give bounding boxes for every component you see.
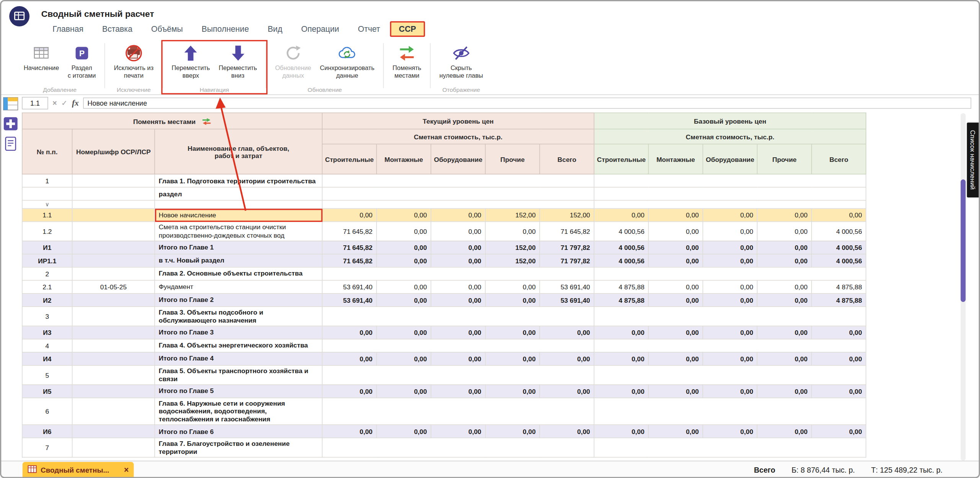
cell-money[interactable]: 71 797,82 [540, 241, 594, 254]
cell-num[interactable]: 2.1 [22, 280, 72, 293]
cell-money[interactable]: 53 691,40 [322, 294, 377, 307]
move-tool-icon[interactable] [2, 116, 20, 131]
cell-money[interactable]: 0,00 [540, 385, 594, 398]
cell-money[interactable]: 4 000,56 [594, 254, 649, 267]
cell-money[interactable]: 4 875,88 [594, 280, 649, 293]
cell-money[interactable]: 71 797,82 [540, 254, 594, 267]
cell-code[interactable] [72, 187, 155, 200]
cell-name[interactable]: Глава 2. Основные объекты строительства [155, 267, 322, 280]
cell-money[interactable]: 0,00 [485, 326, 540, 339]
table-row[interactable]: 7Глава 7. Благоустройство и озеленение т… [22, 438, 866, 457]
cell-num[interactable]: 3 [22, 307, 72, 326]
cell-money[interactable]: 0,00 [812, 209, 866, 222]
cell-money[interactable]: 0,00 [703, 352, 757, 365]
cell-money[interactable]: 0,00 [703, 241, 757, 254]
cell-money[interactable]: 0,00 [485, 222, 540, 241]
cell-name[interactable]: в т.ч. Новый раздел [155, 254, 322, 267]
table-row[interactable]: 2Глава 2. Основные объекты строительства [22, 267, 866, 280]
cell-code[interactable] [72, 267, 155, 280]
cell-money[interactable]: 0,00 [377, 254, 431, 267]
cell-num[interactable]: 4 [22, 339, 72, 352]
hide-zero-chapters-button[interactable]: Скрыть нулевые главы [436, 42, 486, 79]
table-row[interactable]: И5Итого по Главе 50,000,000,000,000,000,… [22, 385, 866, 398]
cell-money[interactable]: 0,00 [757, 385, 812, 398]
cell-money[interactable]: 0,00 [431, 326, 485, 339]
cell-money[interactable]: 53 691,40 [322, 280, 377, 293]
cell-num[interactable]: 1 [22, 174, 72, 187]
cell-code[interactable] [72, 352, 155, 365]
menu-tab-5[interactable]: Операции [292, 21, 348, 38]
cell-money[interactable]: 0,00 [431, 280, 485, 293]
cell-money[interactable]: 152,00 [485, 209, 540, 222]
cell-money[interactable]: 0,00 [703, 425, 757, 438]
cell-code[interactable] [72, 209, 155, 222]
cell-name[interactable]: Глава 6. Наружные сети и сооружения водо… [155, 398, 322, 425]
cell-money[interactable]: 4 875,88 [812, 280, 866, 293]
cell-money[interactable]: 4 000,56 [594, 241, 649, 254]
cell-reference-box[interactable]: 1.1 [22, 96, 48, 109]
cell-name[interactable]: Итого по Главе 1 [155, 241, 322, 254]
cell-name[interactable]: Итого по Главе 2 [155, 294, 322, 307]
cell-num[interactable]: 1.1 [22, 209, 72, 222]
table-row[interactable]: ИР1.1в т.ч. Новый раздел71 645,820,000,0… [22, 254, 866, 267]
cell-name[interactable]: Итого по Главе 5 [155, 385, 322, 398]
cell-empty-base[interactable] [594, 339, 866, 352]
cell-money[interactable]: 0,00 [322, 425, 377, 438]
cell-money[interactable]: 0,00 [431, 209, 485, 222]
cell-money[interactable]: 0,00 [431, 385, 485, 398]
swap-button[interactable]: Поменять местами [390, 42, 424, 79]
cell-num[interactable]: 2 [22, 267, 72, 280]
cell-money[interactable]: 0,00 [322, 326, 377, 339]
cell-money[interactable]: 152,00 [485, 241, 540, 254]
cell-num[interactable]: И5 [22, 385, 72, 398]
cell-code[interactable] [72, 307, 155, 326]
cell-money[interactable]: 0,00 [649, 209, 703, 222]
cell-money[interactable]: 0,00 [594, 425, 649, 438]
cell-empty-current[interactable] [322, 307, 594, 326]
cell-money[interactable]: 0,00 [757, 241, 812, 254]
cell-empty-base[interactable] [594, 438, 866, 457]
cell-empty-base[interactable] [594, 174, 866, 187]
table-row[interactable]: 4Глава 4. Объекты энергетического хозяйс… [22, 339, 866, 352]
menu-tab-0[interactable]: Главная [44, 21, 92, 38]
table-row[interactable]: раздел [22, 187, 866, 200]
menu-tab-2[interactable]: Объёмы [142, 21, 192, 38]
cell-code[interactable] [72, 438, 155, 457]
cell-money[interactable]: 0,00 [377, 294, 431, 307]
vertical-scrollbar[interactable] [960, 113, 965, 461]
cell-money[interactable]: 0,00 [377, 222, 431, 241]
cell-money[interactable]: 0,00 [485, 294, 540, 307]
document-tab[interactable]: Сводный сметны... × [23, 462, 134, 478]
cell-money[interactable]: 0,00 [377, 280, 431, 293]
cell-num[interactable]: И2 [22, 294, 72, 307]
cell-money[interactable]: 4 875,88 [812, 294, 866, 307]
cell-money[interactable]: 53 691,40 [540, 294, 594, 307]
cell-money[interactable]: 0,00 [703, 294, 757, 307]
table-row[interactable]: И2Итого по Главе 253 691,400,000,000,005… [22, 294, 866, 307]
table-row[interactable]: 1.1Новое начисление0,000,000,00152,00152… [22, 209, 866, 222]
move-down-button[interactable]: Переместить вниз [215, 42, 260, 79]
menu-tab-7[interactable]: ССР [390, 21, 425, 37]
annotated-cell-name[interactable]: Новое начисление [155, 209, 322, 222]
cell-name[interactable]: Фундамент [155, 280, 322, 293]
cell-num[interactable]: И1 [22, 241, 72, 254]
cell-name[interactable]: Итого по Главе 4 [155, 352, 322, 365]
cell-money[interactable]: 0,00 [594, 326, 649, 339]
cell-money[interactable]: 0,00 [703, 209, 757, 222]
cell-num[interactable]: ИР1.1 [22, 254, 72, 267]
cell-money[interactable]: 0,00 [540, 352, 594, 365]
table-row[interactable]: И1Итого по Главе 171 645,820,000,00152,0… [22, 241, 866, 254]
cell-code[interactable]: 01-05-25 [72, 280, 155, 293]
cell-money[interactable]: 0,00 [703, 385, 757, 398]
cell-money[interactable]: 0,00 [431, 241, 485, 254]
row-expand-chevron-icon[interactable]: ∨ [22, 200, 72, 208]
table-row[interactable]: И3Итого по Главе 30,000,000,000,000,000,… [22, 326, 866, 339]
move-up-button[interactable]: Переместить вверх [168, 42, 213, 79]
cell-money[interactable]: 0,00 [649, 326, 703, 339]
cell-money[interactable]: 71 645,82 [322, 254, 377, 267]
cell-money[interactable]: 53 691,40 [540, 280, 594, 293]
cell-money[interactable]: 0,00 [649, 294, 703, 307]
table-row[interactable]: 5Глава 5. Объекты транспортного хозяйств… [22, 365, 866, 384]
cell-empty-base[interactable] [594, 187, 866, 200]
cell-num[interactable]: И3 [22, 326, 72, 339]
